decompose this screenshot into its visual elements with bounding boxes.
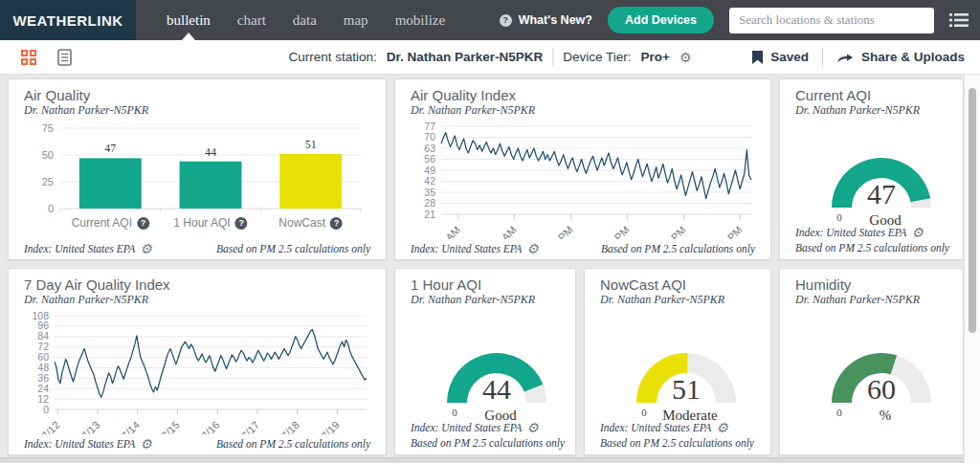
divider xyxy=(822,48,823,67)
svg-text:77: 77 xyxy=(424,121,435,132)
svg-text:49: 49 xyxy=(424,165,435,176)
scrollbar-track[interactable] xyxy=(964,75,980,463)
widget-subtitle: Dr. Nathan Parker-N5PKR xyxy=(600,293,755,307)
svg-text:60: 60 xyxy=(37,351,49,363)
svg-text:28: 28 xyxy=(424,197,435,209)
device-tier-gear-icon[interactable]: ⚙ xyxy=(679,51,692,64)
scrollbar-thumb[interactable] xyxy=(969,88,976,333)
gear-icon[interactable]: ⚙ xyxy=(526,421,539,434)
gauge-chart: 47Good0 xyxy=(795,127,947,231)
widget-subtitle: Dr. Nathan Parker-N5PKR xyxy=(795,293,947,307)
line-chart: 0122436486072849610807/1207/1307/1407/15… xyxy=(24,310,370,438)
gauge-svg: 44Good0 xyxy=(411,322,560,426)
help-badge-icon[interactable]: ? xyxy=(137,217,149,230)
widget-footer: Index: United States EPA ⚙ Based on PM 2… xyxy=(795,225,953,255)
current-station-label: Current station: xyxy=(288,50,376,64)
station-toolbar: Current station: Dr. Nathan Parker-N5PKR… xyxy=(0,40,980,75)
line-series xyxy=(55,330,367,398)
widget-title: 7 Day Air Quality Index xyxy=(24,276,370,293)
bar-category-label: Current AQI? xyxy=(72,216,149,230)
svg-text:50: 50 xyxy=(42,149,54,161)
svg-text:108: 108 xyxy=(32,310,49,321)
index-label: Index: United States EPA xyxy=(24,438,135,450)
widget-title: 1 Hour AQI xyxy=(411,276,560,293)
saved-button[interactable]: Saved xyxy=(752,50,809,64)
gear-icon[interactable]: ⚙ xyxy=(716,421,728,434)
svg-text:44: 44 xyxy=(205,145,216,159)
bottom-strip xyxy=(0,457,980,463)
tab-map[interactable]: map xyxy=(330,0,382,40)
bar-chart-svg: 0255075474451 xyxy=(24,121,372,212)
svg-text:70: 70 xyxy=(424,131,435,143)
widget-title: NowCast AQI xyxy=(600,276,755,293)
gauge-chart: 51Moderate0 xyxy=(600,322,755,426)
gauge-svg: 51Moderate0 xyxy=(600,322,755,426)
widget-footer: Index: United States EPA ⚙ Based on PM 2… xyxy=(24,242,370,255)
tab-data[interactable]: data xyxy=(279,0,330,40)
bar xyxy=(279,154,342,209)
svg-text:0: 0 xyxy=(43,404,49,415)
widget-1hour-aqi: 1 Hour AQI Dr. Nathan Parker-N5PKR 44Goo… xyxy=(394,268,576,455)
svg-text:75: 75 xyxy=(42,122,54,134)
svg-text:07/13: 07/13 xyxy=(75,419,101,434)
gear-icon[interactable]: ⚙ xyxy=(140,437,152,451)
help-badge-icon[interactable]: ? xyxy=(235,217,248,230)
svg-text:60: 60 xyxy=(867,373,896,405)
svg-text:07/19: 07/19 xyxy=(315,419,342,434)
svg-text:47: 47 xyxy=(104,142,116,155)
gear-icon[interactable]: ⚙ xyxy=(526,242,539,255)
gauge-chart: 60%0 xyxy=(795,322,947,426)
svg-text:07/12: 07/12 xyxy=(35,419,62,434)
add-devices-button[interactable]: Add Devices xyxy=(608,7,714,33)
based-label: Based on PM 2.5 calculations only xyxy=(216,438,370,450)
search-input[interactable] xyxy=(729,8,934,33)
report-view-icon[interactable] xyxy=(57,49,72,66)
widget-current-aqi: Current AQI Dr. Nathan Parker-N5PKR 47Go… xyxy=(779,78,964,260)
bar xyxy=(180,162,242,209)
svg-text:21: 21 xyxy=(424,209,435,220)
based-label: Based on PM 2.5 calculations only xyxy=(795,240,953,255)
widget-subtitle: Dr. Nathan Parker-N5PKR xyxy=(24,293,370,307)
tab-bulletin[interactable]: bulletin xyxy=(153,0,224,40)
gauge-chart: 44Good0 xyxy=(411,322,560,426)
whats-new-label: What's New? xyxy=(519,13,592,27)
current-station-name: Dr. Nathan Parker-N5PKR xyxy=(387,50,544,64)
index-label: Index: United States EPA xyxy=(411,243,522,254)
index-label: Index: United States EPA xyxy=(795,225,906,240)
widget-7day-air-quality-index: 7 Day Air Quality Index Dr. Nathan Parke… xyxy=(8,268,387,455)
widget-humidity: Humidity Dr. Nathan Parker-N5PKR 60%0 xyxy=(779,268,964,455)
app-logo[interactable]: WEATHERLINK xyxy=(0,0,136,40)
widget-air-quality: Air Quality Dr. Nathan Parker-N5PKR 0255… xyxy=(8,78,387,260)
gear-icon[interactable]: ⚙ xyxy=(911,226,924,239)
grid-view-icon[interactable] xyxy=(21,50,36,65)
svg-text:42: 42 xyxy=(424,175,435,187)
svg-text:0: 0 xyxy=(48,203,54,212)
top-navbar: WEATHERLINK bulletinchartdatamapmobilize… xyxy=(0,0,980,40)
share-uploads-button[interactable]: Share & Uploads xyxy=(836,50,965,64)
svg-text:0: 0 xyxy=(836,211,842,223)
svg-text:07/14: 07/14 xyxy=(115,419,142,434)
svg-text:0: 0 xyxy=(641,407,647,418)
svg-text:96: 96 xyxy=(37,320,49,331)
svg-text:2 PM: 2 PM xyxy=(662,224,688,239)
tab-mobilize[interactable]: mobilize xyxy=(382,0,459,40)
bar-category-label: 1 Hour AQI? xyxy=(173,216,247,230)
svg-text:51: 51 xyxy=(305,138,317,151)
list-menu-icon[interactable] xyxy=(949,12,969,28)
nav-tabs: bulletinchartdatamapmobilize xyxy=(153,0,458,40)
widget-footer: Index: United States EPA ⚙ Based on PM 2… xyxy=(600,420,761,451)
based-label: Based on PM 2.5 calculations only xyxy=(411,435,566,451)
whats-new-link[interactable]: ? What's New? xyxy=(500,13,592,27)
help-badge-icon[interactable]: ? xyxy=(330,217,343,230)
bar xyxy=(79,158,142,209)
widget-footer: Index: United States EPA ⚙ Based on PM 2… xyxy=(411,420,566,451)
widget-title: Air Quality xyxy=(24,87,370,103)
gauge-svg: 47Good0 xyxy=(795,127,947,231)
tab-chart[interactable]: chart xyxy=(224,0,279,40)
index-label: Index: United States EPA xyxy=(411,420,522,435)
gauge-svg: 60%0 xyxy=(795,322,947,426)
svg-text:63: 63 xyxy=(424,143,435,154)
svg-text:25: 25 xyxy=(42,176,54,187)
gear-icon[interactable]: ⚙ xyxy=(140,242,152,255)
svg-text:07/16: 07/16 xyxy=(195,419,222,434)
